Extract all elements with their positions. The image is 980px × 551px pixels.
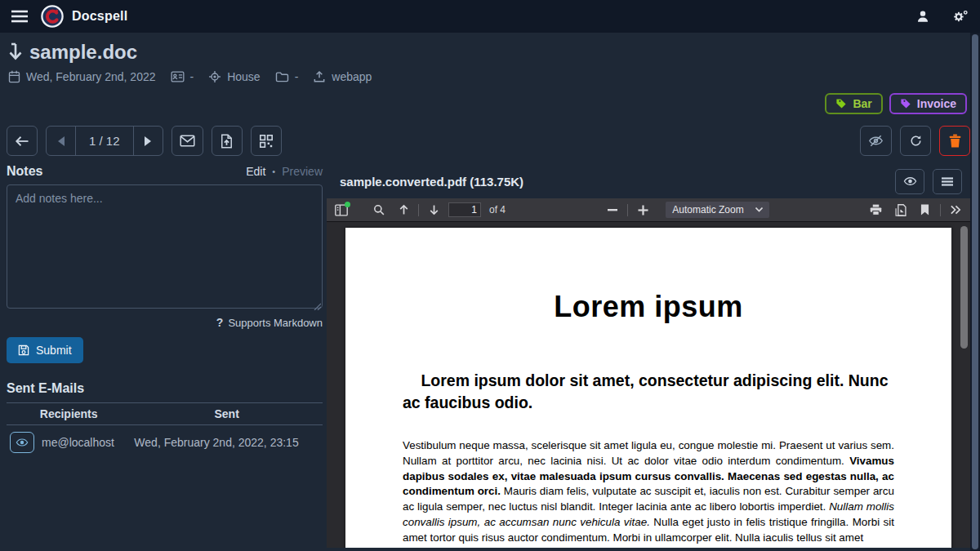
tag-icon [835, 98, 847, 109]
notes-mode-separator: • [272, 167, 275, 176]
pdf-tools-expand-button[interactable] [946, 201, 965, 219]
pdf-page-number-input[interactable] [448, 202, 481, 217]
resize-grip-icon[interactable] [314, 303, 321, 310]
pdf-doc-subtitle: Lorem ipsum dolor sit amet, consectetur … [403, 370, 894, 413]
col-sent: Sent [131, 403, 323, 425]
qr-grid-icon [260, 135, 273, 148]
pdf-next-page-button[interactable] [424, 201, 443, 219]
notes-input[interactable] [7, 184, 323, 309]
file-upload-icon [220, 134, 233, 149]
tag-label: Bar [853, 97, 871, 110]
tag-icon [900, 98, 911, 109]
chevron-down-icon [755, 207, 763, 212]
prev-item-button[interactable] [47, 127, 76, 155]
eye-slash-icon [868, 134, 884, 148]
item-header: sample.doc Wed, February 2nd, 2022 - Hou… [0, 33, 980, 83]
item-folder-text: - [295, 70, 299, 83]
brand-name: Docspell [72, 9, 127, 24]
pdf-zoom-in-button[interactable] [633, 201, 653, 219]
address-card-icon [171, 71, 185, 82]
delete-button[interactable] [939, 126, 970, 156]
email-sent-date: Wed, February 2nd, 2022, 23:15 [131, 425, 323, 460]
sent-emails-heading: Sent E-Mails [7, 381, 323, 396]
question-icon: ? [216, 316, 224, 329]
item-correspondent: - [171, 70, 194, 83]
notes-preview-tab[interactable]: Preview [282, 165, 323, 178]
pdf-sidebar-toggle-button[interactable] [332, 201, 351, 219]
add-file-button[interactable] [212, 126, 243, 156]
folder-icon [275, 71, 289, 82]
top-navbar: Docspell [0, 0, 980, 33]
pdf-zoom-select[interactable]: Automatic Zoom [666, 202, 768, 218]
pdf-print-button[interactable] [866, 201, 886, 219]
submit-notes-button[interactable]: Submit [7, 337, 83, 363]
sent-email-row: me@localhost Wed, February 2nd, 2022, 23… [7, 425, 323, 460]
reprocess-button[interactable] [900, 126, 931, 156]
pdf-zoom-value: Automatic Zoom [672, 204, 743, 216]
brand[interactable]: Docspell [41, 5, 127, 28]
sidebar-indicator-dot [345, 202, 350, 207]
pdf-scrollbar[interactable] [957, 222, 970, 548]
tag-bar[interactable]: Bar [825, 93, 882, 114]
main-content: Notes Edit • Preview ? Supports Markdown… [0, 164, 980, 548]
submit-label: Submit [36, 344, 72, 357]
pager-label: 1 / 12 [76, 127, 133, 155]
item-concerning-text: House [227, 70, 260, 83]
item-date-text: Wed, February 2nd, 2022 [26, 70, 156, 83]
attachment-view-button[interactable] [895, 169, 924, 194]
pdf-prev-page-button[interactable] [394, 201, 413, 219]
refresh-icon [909, 134, 923, 148]
crosshair-icon [208, 70, 221, 83]
hamburger-menu-icon[interactable] [11, 10, 28, 23]
envelope-icon [180, 135, 195, 147]
item-pager: 1 / 12 [46, 126, 163, 156]
item-concerning: House [208, 70, 260, 83]
pdf-search-button[interactable] [369, 201, 389, 219]
pdf-page-count: of 4 [489, 204, 506, 216]
col-recipients: Recipients [7, 403, 131, 425]
next-item-button[interactable] [133, 127, 163, 155]
item-title-text: sample.doc [29, 41, 137, 64]
item-date: Wed, February 2nd, 2022 [8, 70, 156, 83]
tags-row: Bar Invoice [0, 83, 980, 114]
send-mail-button[interactable] [172, 126, 203, 156]
tag-label: Invoice [917, 97, 956, 110]
save-icon [18, 344, 29, 356]
view-email-button[interactable] [10, 432, 34, 453]
pdf-doc-title: Lorem ipsum [403, 228, 894, 324]
pdf-save-button[interactable] [891, 201, 911, 219]
pdf-zoom-out-button[interactable] [603, 201, 622, 219]
pdf-bookmark-button[interactable] [915, 201, 935, 219]
pdf-view: Lorem ipsum Lorem ipsum dolor sit amet, … [327, 222, 970, 548]
pdf-doc-paragraph: Vestibulum neque massa, scelerisque sit … [403, 438, 894, 545]
trash-icon [949, 134, 961, 148]
action-toolbar: 1 / 12 [0, 114, 980, 156]
eye-icon [903, 176, 917, 186]
menu-icon [942, 177, 953, 186]
settings-gears-icon[interactable] [951, 9, 969, 24]
docspell-logo-icon [41, 5, 64, 28]
back-button[interactable] [7, 126, 38, 156]
email-recipient: me@localhost [42, 436, 114, 449]
left-panel: Notes Edit • Preview ? Supports Markdown… [0, 164, 327, 548]
notes-heading: Notes [7, 164, 42, 179]
item-source-text: webapp [332, 70, 372, 83]
calendar-icon [8, 70, 20, 83]
paragraph-segment: Vestibulum neque massa, scelerisque sit … [403, 439, 894, 467]
item-correspondent-text: - [190, 70, 194, 83]
user-icon[interactable] [915, 9, 930, 24]
metadata-grid-button[interactable] [251, 126, 282, 156]
item-source: webapp [313, 70, 372, 83]
page-scrollbar-thumb[interactable] [972, 34, 978, 549]
pdf-scrollbar-thumb[interactable] [960, 226, 968, 349]
sent-emails-table: Recipients Sent me@localhost Wed, Febru [7, 402, 323, 460]
markdown-hint-text: Supports Markdown [228, 317, 323, 329]
attachment-menu-button[interactable] [933, 169, 962, 194]
pdf-toolbar: of 4 Automatic Zoom [327, 198, 970, 222]
unconfirm-button[interactable] [860, 126, 892, 156]
pdf-page: Lorem ipsum Lorem ipsum dolor sit amet, … [345, 228, 951, 548]
page-scrollbar[interactable] [970, 33, 980, 551]
tag-invoice[interactable]: Invoice [889, 93, 967, 114]
notes-edit-tab[interactable]: Edit [246, 165, 265, 178]
attachment-panel: sample.converted.pdf (113.75K) [327, 164, 970, 548]
